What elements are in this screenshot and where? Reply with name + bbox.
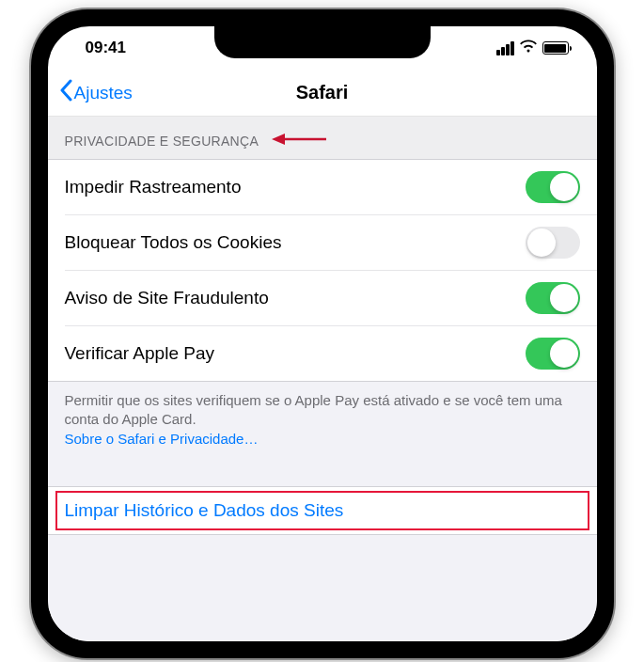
privacy-link[interactable]: Sobre o Safari e Privacidade… (65, 431, 259, 447)
row-label: Verificar Apple Pay (65, 343, 214, 364)
toggle-block-cookies[interactable] (526, 227, 580, 259)
cellular-signal-icon (496, 41, 514, 55)
row-apple-pay: Verificar Apple Pay (65, 325, 597, 381)
row-block-cookies: Bloquear Todos os Cookies (65, 214, 597, 270)
row-label: Aviso de Site Fraudulento (65, 288, 269, 308)
section-header-privacy: PRIVACIDADE E SEGURANÇA (48, 117, 597, 160)
clear-history-button[interactable]: Limpar Histórico e Dados dos Sites (48, 487, 597, 534)
row-prevent-tracking: Impedir Rastreamento (48, 160, 597, 214)
svg-marker-1 (272, 134, 285, 145)
toggle-apple-pay[interactable] (526, 338, 580, 370)
action-section: Limpar Histórico e Dados dos Sites (48, 486, 597, 535)
settings-content: PRIVACIDADE E SEGURANÇA Impedir Rastream… (48, 117, 597, 641)
clear-history-label: Limpar Histórico e Dados dos Sites (65, 500, 344, 520)
status-time: 09:41 (76, 39, 126, 57)
wifi-icon (520, 39, 537, 57)
footer-description: Permitir que os sites verifiquem se o Ap… (65, 392, 562, 427)
notch (214, 26, 431, 58)
settings-list: Impedir Rastreamento Bloquear Todos os C… (48, 160, 597, 382)
section-header-label: PRIVACIDADE E SEGURANÇA (65, 134, 259, 149)
status-indicators (496, 39, 569, 57)
phone-screen: 09:41 Ajustes Safari (48, 26, 597, 641)
back-label: Ajustes (74, 83, 133, 103)
navigation-bar: Ajustes Safari (48, 70, 597, 117)
toggle-prevent-tracking[interactable] (526, 171, 580, 203)
toggle-fraud-warning[interactable] (526, 282, 580, 314)
row-fraud-warning: Aviso de Site Fraudulento (65, 270, 597, 325)
row-label: Bloquear Todos os Cookies (65, 232, 282, 253)
back-button[interactable]: Ajustes (59, 79, 133, 106)
phone-frame: 09:41 Ajustes Safari (31, 9, 614, 658)
battery-icon (542, 41, 569, 55)
page-title: Safari (296, 82, 349, 103)
chevron-left-icon (59, 79, 72, 106)
annotation-arrow-icon (272, 130, 328, 151)
row-label: Impedir Rastreamento (65, 177, 242, 197)
section-footer: Permitir que os sites verifiquem se o Ap… (48, 382, 597, 458)
